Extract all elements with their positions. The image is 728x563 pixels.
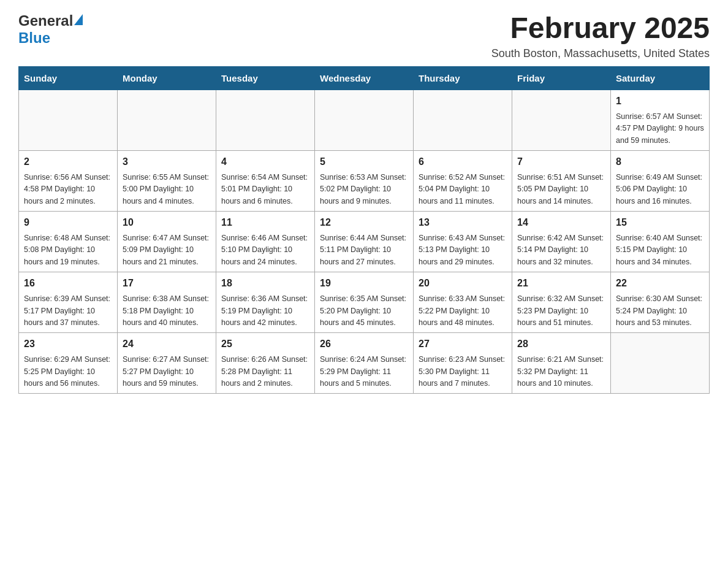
- day-info: Sunrise: 6:51 AM Sunset: 5:05 PM Dayligh…: [517, 172, 605, 207]
- calendar-day-cell: 28Sunrise: 6:21 AM Sunset: 5:32 PM Dayli…: [512, 333, 611, 394]
- day-number: 7: [517, 155, 605, 169]
- calendar-day-header: Thursday: [414, 66, 512, 90]
- day-info: Sunrise: 6:33 AM Sunset: 5:22 PM Dayligh…: [419, 293, 507, 329]
- day-info: Sunrise: 6:49 AM Sunset: 5:06 PM Dayligh…: [616, 172, 704, 207]
- day-info: Sunrise: 6:21 AM Sunset: 5:32 PM Dayligh…: [517, 354, 605, 389]
- calendar-week-row: 23Sunrise: 6:29 AM Sunset: 5:25 PM Dayli…: [19, 333, 710, 394]
- day-info: Sunrise: 6:48 AM Sunset: 5:08 PM Dayligh…: [24, 232, 112, 268]
- day-number: 1: [616, 94, 704, 109]
- day-info: Sunrise: 6:32 AM Sunset: 5:23 PM Dayligh…: [517, 293, 605, 329]
- calendar-day-cell: 16Sunrise: 6:39 AM Sunset: 5:17 PM Dayli…: [19, 272, 118, 333]
- day-number: 20: [419, 276, 507, 291]
- day-info: Sunrise: 6:53 AM Sunset: 5:02 PM Dayligh…: [320, 172, 408, 207]
- calendar-day-header: Tuesday: [216, 66, 315, 90]
- day-info: Sunrise: 6:35 AM Sunset: 5:20 PM Dayligh…: [320, 293, 408, 329]
- day-number: 12: [320, 215, 408, 230]
- day-number: 10: [123, 215, 211, 230]
- calendar-day-header: Monday: [118, 66, 216, 90]
- logo-arrow-icon: [74, 14, 83, 25]
- calendar-week-row: 9Sunrise: 6:48 AM Sunset: 5:08 PM Daylig…: [19, 212, 710, 272]
- calendar-day-cell: 6Sunrise: 6:52 AM Sunset: 5:04 PM Daylig…: [414, 150, 512, 211]
- day-number: 8: [616, 155, 704, 169]
- day-info: Sunrise: 6:57 AM Sunset: 4:57 PM Dayligh…: [616, 111, 704, 147]
- calendar-day-cell: 26Sunrise: 6:24 AM Sunset: 5:29 PM Dayli…: [315, 333, 414, 394]
- calendar-day-cell: 10Sunrise: 6:47 AM Sunset: 5:09 PM Dayli…: [118, 212, 216, 272]
- day-info: Sunrise: 6:40 AM Sunset: 5:15 PM Dayligh…: [616, 232, 704, 268]
- calendar-day-cell: 2Sunrise: 6:56 AM Sunset: 4:58 PM Daylig…: [19, 150, 118, 211]
- day-number: 22: [616, 276, 704, 291]
- day-info: Sunrise: 6:39 AM Sunset: 5:17 PM Dayligh…: [24, 293, 112, 329]
- calendar-table: SundayMondayTuesdayWednesdayThursdayFrid…: [18, 66, 710, 394]
- calendar-day-cell: 13Sunrise: 6:43 AM Sunset: 5:13 PM Dayli…: [414, 212, 512, 272]
- day-info: Sunrise: 6:24 AM Sunset: 5:29 PM Dayligh…: [320, 354, 408, 389]
- day-number: 14: [517, 215, 605, 230]
- calendar-day-cell: 21Sunrise: 6:32 AM Sunset: 5:23 PM Dayli…: [512, 272, 611, 333]
- day-number: 18: [221, 276, 309, 291]
- day-number: 21: [517, 276, 605, 291]
- calendar-day-cell: [512, 90, 611, 150]
- calendar-day-cell: [315, 90, 414, 150]
- day-info: Sunrise: 6:36 AM Sunset: 5:19 PM Dayligh…: [221, 293, 309, 329]
- calendar-day-cell: 11Sunrise: 6:46 AM Sunset: 5:10 PM Dayli…: [216, 212, 315, 272]
- day-info: Sunrise: 6:46 AM Sunset: 5:10 PM Dayligh…: [221, 232, 309, 268]
- calendar-day-cell: 12Sunrise: 6:44 AM Sunset: 5:11 PM Dayli…: [315, 212, 414, 272]
- day-number: 16: [24, 276, 112, 291]
- day-info: Sunrise: 6:42 AM Sunset: 5:14 PM Dayligh…: [517, 232, 605, 268]
- day-info: Sunrise: 6:55 AM Sunset: 5:00 PM Dayligh…: [123, 172, 211, 207]
- day-info: Sunrise: 6:54 AM Sunset: 5:01 PM Dayligh…: [221, 172, 309, 207]
- day-number: 15: [616, 215, 704, 230]
- calendar-day-cell: 20Sunrise: 6:33 AM Sunset: 5:22 PM Dayli…: [414, 272, 512, 333]
- calendar-day-cell: 3Sunrise: 6:55 AM Sunset: 5:00 PM Daylig…: [118, 150, 216, 211]
- calendar-day-cell: 19Sunrise: 6:35 AM Sunset: 5:20 PM Dayli…: [315, 272, 414, 333]
- day-info: Sunrise: 6:52 AM Sunset: 5:04 PM Dayligh…: [419, 172, 507, 207]
- calendar-day-cell: 14Sunrise: 6:42 AM Sunset: 5:14 PM Dayli…: [512, 212, 611, 272]
- month-title: February 2025: [491, 12, 710, 45]
- day-info: Sunrise: 6:29 AM Sunset: 5:25 PM Dayligh…: [24, 354, 112, 389]
- day-info: Sunrise: 6:23 AM Sunset: 5:30 PM Dayligh…: [419, 354, 507, 389]
- day-info: Sunrise: 6:38 AM Sunset: 5:18 PM Dayligh…: [123, 293, 211, 329]
- calendar-day-cell: 22Sunrise: 6:30 AM Sunset: 5:24 PM Dayli…: [611, 272, 710, 333]
- logo-general-text: General: [18, 12, 73, 29]
- calendar-week-row: 1Sunrise: 6:57 AM Sunset: 4:57 PM Daylig…: [19, 90, 710, 150]
- day-info: Sunrise: 6:27 AM Sunset: 5:27 PM Dayligh…: [123, 354, 211, 389]
- location-label: South Boston, Massachusetts, United Stat…: [491, 47, 710, 60]
- calendar-day-header: Sunday: [19, 66, 118, 90]
- day-number: 24: [123, 337, 211, 351]
- calendar-day-cell: [216, 90, 315, 150]
- day-info: Sunrise: 6:47 AM Sunset: 5:09 PM Dayligh…: [123, 232, 211, 268]
- logo-blue-text: Blue: [18, 29, 50, 46]
- title-section: February 2025 South Boston, Massachusett…: [491, 12, 710, 60]
- calendar-day-cell: 18Sunrise: 6:36 AM Sunset: 5:19 PM Dayli…: [216, 272, 315, 333]
- calendar-day-cell: [118, 90, 216, 150]
- calendar-day-cell: [19, 90, 118, 150]
- calendar-day-cell: 5Sunrise: 6:53 AM Sunset: 5:02 PM Daylig…: [315, 150, 414, 211]
- calendar-day-header: Wednesday: [315, 66, 414, 90]
- logo: General Blue: [18, 12, 83, 47]
- day-number: 25: [221, 337, 309, 351]
- day-info: Sunrise: 6:43 AM Sunset: 5:13 PM Dayligh…: [419, 232, 507, 268]
- day-number: 5: [320, 155, 408, 169]
- day-number: 6: [419, 155, 507, 169]
- day-number: 11: [221, 215, 309, 230]
- calendar-day-header: Saturday: [611, 66, 710, 90]
- calendar-week-row: 16Sunrise: 6:39 AM Sunset: 5:17 PM Dayli…: [19, 272, 710, 333]
- calendar-day-cell: 15Sunrise: 6:40 AM Sunset: 5:15 PM Dayli…: [611, 212, 710, 272]
- day-number: 28: [517, 337, 605, 351]
- calendar-day-cell: 17Sunrise: 6:38 AM Sunset: 5:18 PM Dayli…: [118, 272, 216, 333]
- calendar-day-cell: 8Sunrise: 6:49 AM Sunset: 5:06 PM Daylig…: [611, 150, 710, 211]
- day-number: 27: [419, 337, 507, 351]
- day-number: 26: [320, 337, 408, 351]
- calendar-day-cell: 7Sunrise: 6:51 AM Sunset: 5:05 PM Daylig…: [512, 150, 611, 211]
- calendar-day-cell: 25Sunrise: 6:26 AM Sunset: 5:28 PM Dayli…: [216, 333, 315, 394]
- calendar-day-cell: [611, 333, 710, 394]
- calendar-day-cell: [414, 90, 512, 150]
- day-number: 9: [24, 215, 112, 230]
- calendar-day-cell: 23Sunrise: 6:29 AM Sunset: 5:25 PM Dayli…: [19, 333, 118, 394]
- day-number: 17: [123, 276, 211, 291]
- day-info: Sunrise: 6:30 AM Sunset: 5:24 PM Dayligh…: [616, 293, 704, 329]
- day-number: 3: [123, 155, 211, 169]
- day-number: 2: [24, 155, 112, 169]
- day-number: 19: [320, 276, 408, 291]
- day-number: 23: [24, 337, 112, 351]
- page-header: General Blue February 2025 South Boston,…: [18, 12, 710, 60]
